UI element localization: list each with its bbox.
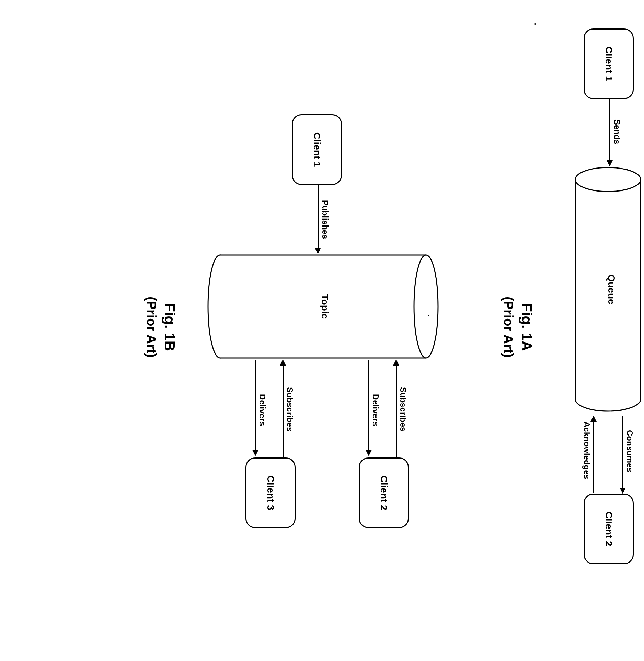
consumes-label: Consumes xyxy=(625,430,634,472)
del1-arrow-head xyxy=(366,450,372,456)
sub1-arrow-line xyxy=(396,364,397,457)
publishes-arrow-line xyxy=(318,185,319,248)
figure-1b: Client 1 Publishes Topic Client 2 Subscr… xyxy=(133,18,459,636)
queue-text: Queue xyxy=(606,166,617,413)
sends-label: Sends xyxy=(612,119,622,144)
del1-arrow-line xyxy=(368,360,369,451)
sends-arrow-line xyxy=(609,99,610,161)
consumes-arrow-head xyxy=(620,488,626,494)
client2-label-b: Client 2 xyxy=(378,475,389,510)
client1-label-b: Client 1 xyxy=(311,132,322,167)
client1-box-b: Client 1 xyxy=(292,114,342,185)
client2-box-b: Client 2 xyxy=(359,457,409,528)
publishes-label: Publishes xyxy=(320,200,330,239)
fig-b-caption: Fig. 1B (Prior Art) xyxy=(141,18,181,636)
fig-a-caption: Fig. 1A (Prior Art) xyxy=(498,18,538,636)
sub1-label: Subscribes xyxy=(398,387,408,431)
client3-label-b: Client 3 xyxy=(265,475,276,510)
fig-b-subtitle: (Prior Art) xyxy=(144,18,159,636)
del2-arrow-head xyxy=(252,450,258,456)
client2-label-a: Client 2 xyxy=(603,511,614,546)
ack-arrow-head xyxy=(590,416,597,422)
fig-b-title: Fig. 1B xyxy=(161,18,178,636)
sub2-label: Subscribes xyxy=(285,387,295,431)
client3-box-b: Client 3 xyxy=(245,457,296,528)
del2-label: Delivers xyxy=(257,394,267,426)
figure-1a: Client 1 Sends Queue Consumes Acknowledg… xyxy=(486,18,644,636)
client1-box-a: Client 1 xyxy=(584,28,634,99)
client2-box-a: Client 2 xyxy=(584,494,634,564)
ack-arrow-line xyxy=(593,421,594,493)
sub2-arrow-head xyxy=(280,359,286,366)
svg-point-9 xyxy=(414,255,438,358)
sub2-arrow-line xyxy=(283,364,284,457)
diagram-page: Client 1 Sends Queue Consumes Acknowledg… xyxy=(133,18,644,636)
topic-text: Topic xyxy=(319,253,330,360)
sub1-arrow-head xyxy=(393,359,399,366)
client1-label-a: Client 1 xyxy=(603,46,614,81)
consumes-arrow-line xyxy=(622,416,623,488)
fig-a-title: Fig. 1A xyxy=(518,18,535,636)
ack-label: Acknowledges xyxy=(582,421,591,479)
del2-arrow-line xyxy=(255,360,256,451)
fig-a-subtitle: (Prior Art) xyxy=(501,18,516,636)
del1-label: Delivers xyxy=(371,394,380,426)
decorative-dot-2 xyxy=(428,315,429,316)
